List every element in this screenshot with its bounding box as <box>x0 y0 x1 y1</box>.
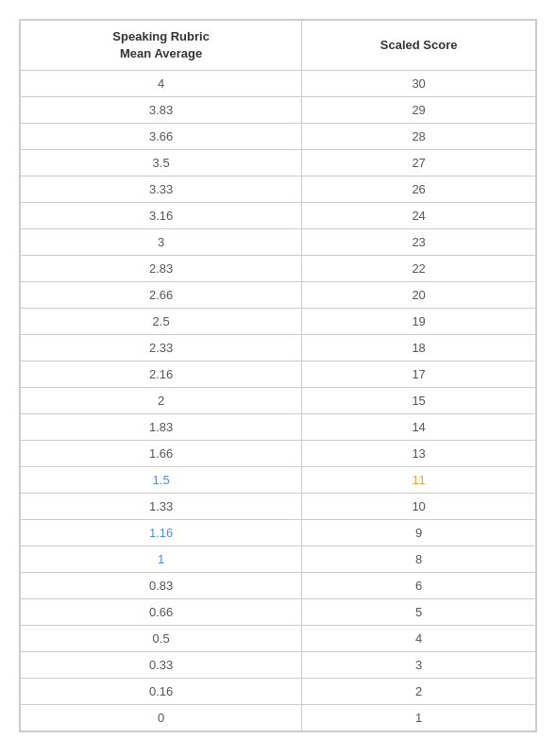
table-row: 0.836 <box>21 573 536 599</box>
score-value: 18 <box>302 335 536 361</box>
mean-value: 1.16 <box>21 520 302 546</box>
table-row: 1.6613 <box>21 441 536 467</box>
score-value: 14 <box>302 414 536 441</box>
score-value: 15 <box>302 388 536 414</box>
table-row: 0.54 <box>21 626 536 652</box>
mean-value: 0.16 <box>21 679 302 705</box>
table-row: 1.511 <box>21 467 536 494</box>
table-row: 1.169 <box>21 520 536 546</box>
table-row: 01 <box>21 705 536 731</box>
score-value: 20 <box>302 282 536 309</box>
table-row: 215 <box>21 388 536 414</box>
table-row: 3.6628 <box>21 124 536 150</box>
mean-value: 3 <box>21 229 302 256</box>
table-row: 0.162 <box>21 679 536 705</box>
table-row: 2.519 <box>21 309 536 335</box>
table-row: 3.8329 <box>21 97 536 124</box>
score-value: 30 <box>302 71 536 97</box>
score-value: 9 <box>302 520 536 546</box>
score-value: 17 <box>302 361 536 388</box>
score-value: 26 <box>302 176 536 203</box>
score-value: 24 <box>302 203 536 229</box>
table-row: 1.8314 <box>21 414 536 441</box>
score-value: 28 <box>302 124 536 150</box>
score-value: 5 <box>302 599 536 626</box>
score-value: 8 <box>302 546 536 573</box>
table-row: 3.3326 <box>21 176 536 203</box>
mean-value: 1.66 <box>21 441 302 467</box>
table-row: 1.3310 <box>21 494 536 520</box>
mean-value: 0.83 <box>21 573 302 599</box>
table-row: 2.8322 <box>21 256 536 282</box>
score-value: 4 <box>302 626 536 652</box>
score-value: 29 <box>302 97 536 124</box>
score-value: 10 <box>302 494 536 520</box>
score-value: 6 <box>302 573 536 599</box>
mean-value: 2.66 <box>21 282 302 309</box>
mean-value: 1 <box>21 546 302 573</box>
table-row: 18 <box>21 546 536 573</box>
table-row: 2.6620 <box>21 282 536 309</box>
mean-value: 1.33 <box>21 494 302 520</box>
mean-value: 3.16 <box>21 203 302 229</box>
score-value: 1 <box>302 705 536 731</box>
col2-header: Scaled Score <box>302 21 536 71</box>
table-row: 3.527 <box>21 150 536 176</box>
table-row: 2.1617 <box>21 361 536 388</box>
mean-value: 0.5 <box>21 626 302 652</box>
mean-value: 3.83 <box>21 97 302 124</box>
mean-value: 3.5 <box>21 150 302 176</box>
table-row: 430 <box>21 71 536 97</box>
mean-value: 1.83 <box>21 414 302 441</box>
table-row: 323 <box>21 229 536 256</box>
table-row: 0.333 <box>21 652 536 679</box>
score-value: 11 <box>302 467 536 494</box>
mean-value: 4 <box>21 71 302 97</box>
conversion-table: Speaking Rubric Mean Average Scaled Scor… <box>19 19 537 732</box>
mean-value: 1.5 <box>21 467 302 494</box>
score-value: 23 <box>302 229 536 256</box>
table-row: 0.665 <box>21 599 536 626</box>
mean-value: 2.83 <box>21 256 302 282</box>
col1-header-line2: Mean Average <box>30 45 292 62</box>
col1-header: Speaking Rubric Mean Average <box>21 21 302 71</box>
mean-value: 3.66 <box>21 124 302 150</box>
mean-value: 0 <box>21 705 302 731</box>
score-value: 13 <box>302 441 536 467</box>
mean-value: 2.16 <box>21 361 302 388</box>
mean-value: 2.5 <box>21 309 302 335</box>
score-value: 22 <box>302 256 536 282</box>
mean-value: 3.33 <box>21 176 302 203</box>
score-value: 19 <box>302 309 536 335</box>
table-row: 3.1624 <box>21 203 536 229</box>
score-value: 2 <box>302 679 536 705</box>
score-value: 27 <box>302 150 536 176</box>
mean-value: 0.66 <box>21 599 302 626</box>
col1-header-line1: Speaking Rubric <box>30 28 292 45</box>
score-value: 3 <box>302 652 536 679</box>
mean-value: 2 <box>21 388 302 414</box>
table-row: 2.3318 <box>21 335 536 361</box>
mean-value: 0.33 <box>21 652 302 679</box>
mean-value: 2.33 <box>21 335 302 361</box>
